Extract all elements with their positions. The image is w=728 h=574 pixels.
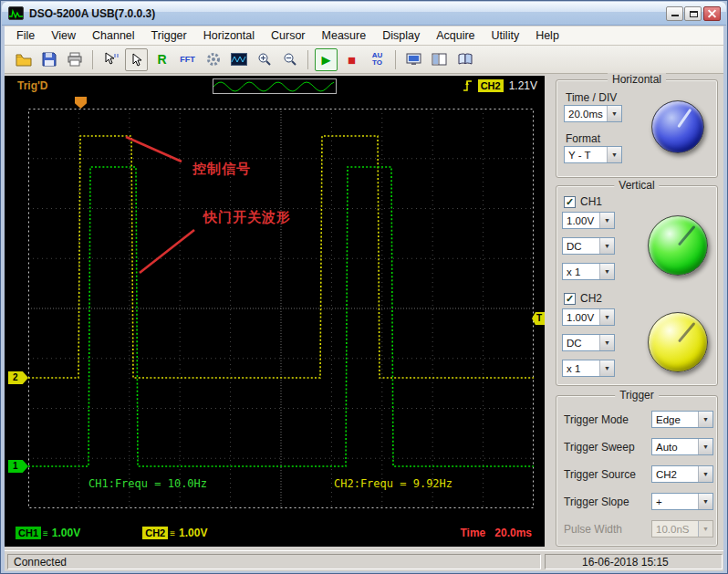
trigger-level-readout: 1.21V (509, 79, 537, 92)
r-icon: R (157, 52, 166, 67)
time-div-label: Time / DIV (566, 91, 617, 104)
toolbar-separator (307, 50, 308, 69)
chevron-down-icon[interactable]: ▼ (599, 309, 614, 325)
panels-icon (432, 53, 448, 66)
chevron-down-icon[interactable]: ▼ (599, 238, 614, 254)
trigger-sweep-select[interactable]: Auto ▼ (651, 438, 713, 455)
format-value: Y - T (568, 150, 591, 161)
trigger-group-title: Trigger (615, 389, 659, 402)
title-bar[interactable]: DSO-5200A USB(7.0.0.3) (2, 2, 726, 26)
ch2-enable-checkbox[interactable]: ✓ CH2 (564, 292, 602, 305)
trigger-group: Trigger Trigger Mode Edge ▼ Trigger Swee… (556, 395, 718, 547)
menu-item-file[interactable]: File (8, 26, 43, 46)
waveform-display-button[interactable] (227, 48, 250, 71)
display-settings-button[interactable] (402, 48, 425, 71)
gear-icon (206, 52, 221, 67)
vertical-group-title: Vertical (614, 179, 659, 192)
chevron-down-icon[interactable]: ▼ (698, 466, 712, 482)
control-panel: Horizontal Time / DIV 20.0ms ▼ Format Y … (548, 76, 725, 550)
coupling-icon: ≡ (170, 528, 175, 538)
maximize-button[interactable] (684, 6, 702, 21)
save-button[interactable] (37, 48, 60, 71)
menu-item-horizontal[interactable]: Horizontal (195, 26, 263, 46)
window-title: DSO-5200A USB(7.0.0.3) (29, 2, 155, 26)
ch1-vertical-knob[interactable] (648, 215, 708, 276)
ch1-volts-value: 1.00V (567, 215, 594, 226)
ch1-coupling-value: DC (567, 241, 582, 252)
start-acquisition-button[interactable]: ▶ (315, 48, 338, 71)
ch1-enable-checkbox[interactable]: ✓ CH1 (564, 195, 602, 208)
chevron-down-icon[interactable]: ▼ (698, 439, 712, 454)
ch2-vertical-knob[interactable] (648, 312, 708, 372)
zoom-in-icon (257, 52, 272, 67)
trigger-position-marker[interactable] (75, 97, 87, 109)
toolbar: R FFT ▶ ■ AUTO (5, 46, 723, 74)
fft-button[interactable]: FFT (176, 48, 199, 71)
pulse-width-label: Pulse Width (564, 523, 622, 536)
zoom-out-button[interactable] (278, 48, 301, 71)
stop-acquisition-button[interactable]: ■ (340, 48, 363, 71)
maximize-icon (690, 11, 698, 17)
menu-item-trigger[interactable]: Trigger (143, 26, 195, 46)
panel-layout-button[interactable] (428, 48, 451, 71)
menu-item-utility[interactable]: Utility (484, 26, 528, 46)
menu-item-measure[interactable]: Measure (314, 26, 375, 46)
ch1-ground-marker[interactable]: 1 (8, 460, 28, 473)
check-icon: ✓ (566, 197, 574, 207)
refresh-r-button[interactable]: R (151, 48, 173, 71)
checkbox-box: ✓ (564, 196, 576, 208)
time-div-value: 20.0ms (568, 109, 603, 120)
print-button[interactable] (63, 48, 86, 71)
ch1-probe-select[interactable]: x 1 ▼ (562, 263, 615, 280)
ch2-probe-select[interactable]: x 1 ▼ (562, 360, 615, 377)
check-icon: ✓ (566, 294, 574, 304)
trigger-level-marker[interactable]: T (532, 312, 545, 325)
trigger-source-select[interactable]: CH2 ▼ (651, 465, 713, 483)
horizontal-knob[interactable] (651, 100, 704, 153)
help-button[interactable] (453, 48, 476, 71)
chevron-down-icon[interactable]: ▼ (599, 213, 614, 228)
menu-item-view[interactable]: View (43, 26, 84, 46)
cursor-measure-button[interactable] (99, 48, 122, 71)
horizontal-group: Horizontal Time / DIV 20.0ms ▼ Format Y … (556, 79, 718, 178)
trigger-status: Trig'D (17, 79, 48, 92)
application-window: { "window": { "title": "DSO-5200A USB(7.… (0, 0, 728, 574)
waveform-icon (231, 53, 247, 66)
minimize-button[interactable] (666, 6, 683, 21)
close-button[interactable] (703, 6, 721, 21)
menu-item-channel[interactable]: Channel (84, 26, 143, 46)
menu-item-display[interactable]: Display (374, 26, 428, 46)
select-tool-button[interactable] (125, 48, 148, 71)
ch1-checkbox-label: CH1 (580, 195, 602, 208)
open-button[interactable] (12, 48, 35, 71)
chevron-down-icon[interactable]: ▼ (698, 494, 712, 509)
ch1-coupling-select[interactable]: DC ▼ (562, 237, 615, 255)
format-select[interactable]: Y - T ▼ (564, 146, 622, 163)
pulse-width-select: 10.0nS ▼ (651, 520, 713, 537)
menu-item-cursor[interactable]: Cursor (263, 26, 314, 46)
annotation-shutter-waveform: 快门开关波形 (203, 209, 291, 226)
ch2-coupling-select[interactable]: DC ▼ (562, 334, 615, 351)
menu-item-help[interactable]: Help (527, 26, 567, 46)
menu-item-acquire[interactable]: Acquire (428, 26, 483, 46)
annotation-control-signal: 控制信号 (192, 161, 251, 178)
time-div-select[interactable]: 20.0ms ▼ (564, 105, 622, 122)
chevron-down-icon[interactable]: ▼ (607, 106, 621, 121)
trigger-slope-select[interactable]: + ▼ (651, 493, 713, 510)
chevron-down-icon[interactable]: ▼ (599, 360, 614, 376)
menu-bar: FileViewChannelTriggerHorizontalCursorMe… (5, 26, 723, 46)
trigger-mode-select[interactable]: Edge ▼ (651, 411, 713, 428)
chevron-down-icon[interactable]: ▼ (599, 335, 614, 350)
chevron-down-icon[interactable]: ▼ (599, 264, 614, 279)
chevron-down-icon[interactable]: ▼ (698, 412, 712, 427)
ch1-frequency-readout: CH1:Frequ = 10.0Hz (88, 477, 207, 490)
auto-setup-button[interactable]: AUTO (366, 48, 389, 71)
settings-gear-button[interactable] (202, 48, 224, 71)
ch2-ground-marker[interactable]: 2 (8, 371, 28, 384)
ch1-volts-select[interactable]: 1.00V ▼ (562, 212, 615, 229)
zoom-in-button[interactable] (253, 48, 276, 71)
ch2-volts-select[interactable]: 1.00V ▼ (562, 308, 615, 326)
chevron-down-icon[interactable]: ▼ (607, 147, 621, 162)
help-book-icon (457, 53, 473, 66)
trigger-slope-value: + (656, 496, 662, 507)
